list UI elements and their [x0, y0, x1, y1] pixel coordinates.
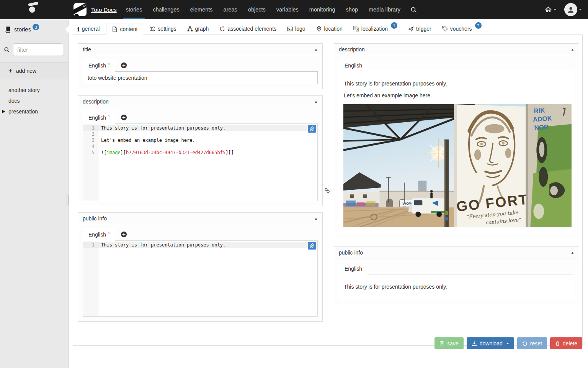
collapse-caret-icon[interactable]: ▲ [314, 100, 318, 104]
tab-location[interactable]: location [312, 23, 347, 35]
home-icon [545, 7, 552, 13]
save-label: save [447, 340, 459, 347]
tab-content[interactable]: content [106, 23, 143, 35]
lang-tab-label: English [345, 266, 362, 272]
lang-tab-english[interactable]: English [339, 263, 367, 275]
toto-logo-icon[interactable] [28, 2, 43, 17]
image-icon [287, 26, 293, 32]
user-caret-icon [579, 9, 582, 10]
add-language-button[interactable] [121, 62, 127, 69]
download-label: download [480, 340, 503, 347]
tab-logo[interactable]: logo [283, 23, 309, 35]
panel-title: description [339, 46, 365, 53]
vouchers-badge: ? [475, 22, 482, 29]
tab-label: logo [295, 26, 305, 32]
title-input[interactable] [83, 71, 318, 84]
tab-general[interactable]: i general [73, 23, 104, 35]
collapse-caret-icon[interactable]: ▲ [314, 217, 318, 220]
story-item-another-story[interactable]: another story [0, 85, 69, 95]
public-info-code-editor[interactable]: 1 This story is for presentation purpose… [83, 240, 318, 317]
tab-localization[interactable]: localization 1 [349, 22, 402, 35]
nav-media-library[interactable]: media library [363, 0, 406, 19]
sidebar-resize-handle[interactable] [67, 195, 69, 205]
book-icon [5, 26, 11, 33]
tab-vouchers[interactable]: vouchers ? [438, 22, 486, 35]
delete-button[interactable]: delete [550, 337, 582, 349]
lang-tab-english[interactable]: English × [83, 112, 115, 124]
save-icon [439, 341, 444, 346]
top-navbar: docs Toto Docs stories challenges elemen… [0, 0, 588, 19]
collapse-caret-icon[interactable]: ▲ [571, 48, 574, 51]
nav-variables[interactable]: variables [271, 0, 304, 19]
nav-challenges[interactable]: challenges [147, 0, 185, 19]
tab-associated-elements[interactable]: associated elements [215, 23, 281, 35]
close-tab-icon[interactable]: × [108, 231, 110, 235]
nav-areas[interactable]: areas [218, 0, 243, 19]
brand-name[interactable]: Toto Docs [91, 7, 117, 13]
preview-paragraph: This story is for presentation purposes … [344, 80, 569, 87]
description-code-editor[interactable]: 1 2 3 4 5 This story is for presentation… [83, 123, 318, 201]
reset-label: reset [530, 340, 542, 347]
close-tab-icon[interactable]: × [108, 62, 110, 66]
code-line [98, 143, 317, 150]
title-panel: title ▲ English × [78, 43, 323, 89]
nav-shop[interactable]: shop [341, 0, 363, 19]
story-item-label: presentation [8, 108, 38, 115]
add-language-button[interactable] [121, 114, 127, 121]
story-item-docs[interactable]: docs [0, 95, 69, 106]
code-line: This story is for presentation purposes … [98, 242, 317, 248]
dropup-caret-icon [506, 343, 509, 344]
nav-objects[interactable]: objects [243, 0, 271, 19]
add-language-button[interactable] [121, 231, 127, 238]
document-icon [112, 26, 118, 32]
tab-settings[interactable]: settings [145, 23, 180, 35]
attach-media-button[interactable] [308, 125, 316, 133]
lang-tab-english[interactable]: English [339, 60, 367, 72]
plus-icon: + [8, 67, 12, 75]
story-item-label: docs [8, 98, 20, 104]
filter-input[interactable] [13, 43, 63, 56]
toto-docs-app-icon[interactable]: docs [74, 3, 87, 16]
close-tab-icon[interactable]: × [108, 114, 110, 118]
panel-title: public info [83, 215, 107, 222]
collapse-caret-icon[interactable]: ▲ [314, 48, 318, 51]
app-icon-band: docs [74, 3, 87, 15]
lang-tab-english[interactable]: English × [83, 229, 115, 241]
add-new-button[interactable]: + add new [0, 62, 69, 79]
reset-button[interactable]: reset [517, 337, 547, 349]
code-line: Let's embed an example image here. [98, 137, 317, 143]
navbar-search-button[interactable] [406, 7, 421, 13]
tab-graph[interactable]: graph [183, 23, 213, 35]
undo-icon [522, 341, 528, 346]
sidebar-title: stories [14, 26, 31, 33]
user-menu[interactable] [559, 3, 582, 16]
download-button[interactable]: download [467, 337, 514, 349]
line-number-gutter: 1 2 3 4 5 [83, 124, 98, 201]
avatar [564, 3, 577, 16]
tab-label: localization [361, 26, 388, 32]
code-line-markdown-image: ![image][b770163d-34bc-4947-b321-ed427d6… [98, 150, 317, 156]
localization-badge: 1 [391, 22, 397, 29]
tab-trigger[interactable]: trigger [404, 23, 436, 35]
nav-stories[interactable]: stories [121, 0, 148, 19]
search-icon [4, 47, 10, 53]
preview-paragraph: This story is for presentation purposes … [344, 284, 569, 290]
story-item-label: another story [8, 87, 40, 93]
preview-paragraph: Let's embed an example image here. [344, 92, 569, 99]
story-item-presentation[interactable]: presentation [0, 106, 69, 117]
info-icon: i [77, 26, 80, 32]
home-menu[interactable] [545, 7, 557, 13]
description-preview-panel: description ▲ English This story is for … [334, 43, 579, 238]
code-line: This story is for presentation purposes … [98, 125, 317, 131]
save-button[interactable]: save [434, 337, 464, 349]
tab-label: graph [195, 26, 209, 32]
toto-logo-ring [29, 7, 35, 13]
content-tab-panel: title ▲ English × [73, 34, 583, 346]
nav-elements[interactable]: elements [185, 0, 218, 19]
attach-media-button[interactable] [308, 242, 316, 250]
link-columns-icon[interactable] [324, 187, 330, 193]
lang-tab-english[interactable]: English × [83, 60, 115, 72]
nav-monitoring[interactable]: monitoring [304, 0, 341, 19]
collapse-caret-icon[interactable]: ▲ [571, 251, 574, 255]
app-icon-ring [74, 14, 79, 16]
